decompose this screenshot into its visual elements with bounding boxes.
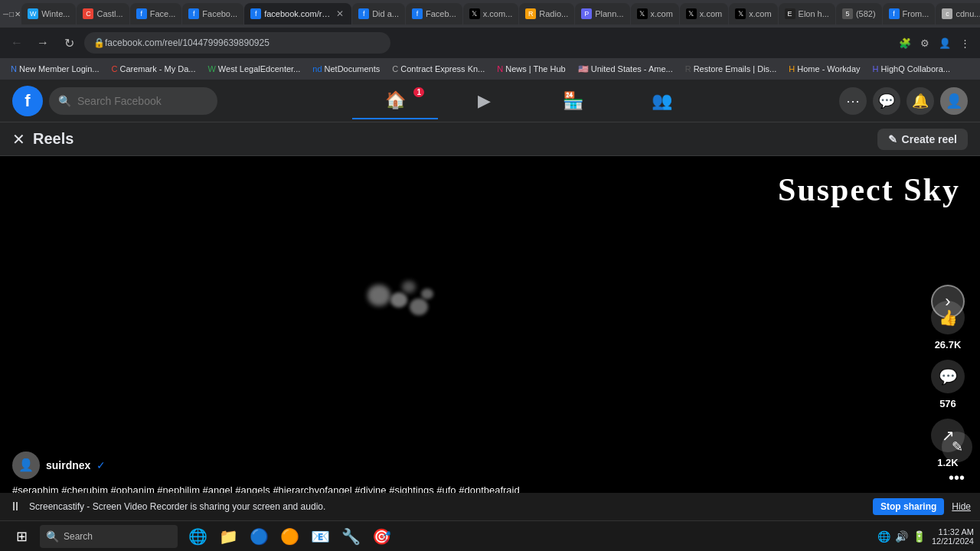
facebook-logo: f: [12, 86, 43, 116]
main-content: Suspect Sky › 👍 26.7K 💬 576: [0, 156, 980, 520]
taskbar-search[interactable]: 🔍 Search: [40, 525, 178, 548]
create-reel-button[interactable]: ✎ Create reel: [877, 129, 968, 150]
taskbar-sys-icons: 🌐 🔊 🔋: [877, 530, 926, 543]
screencastify-message: Screencastify - Screen Video Recorder is…: [29, 501, 865, 512]
bookmark-usa[interactable]: 🇺🇸 United States - Ame...: [573, 63, 678, 76]
battery-icon[interactable]: 🔋: [913, 530, 926, 543]
profile-icon[interactable]: 👤: [936, 34, 954, 52]
video-avatar[interactable]: 👤: [12, 452, 40, 479]
tab-cdn[interactable]: c cdnu...: [936, 3, 980, 24]
taskbar-app-4[interactable]: 🟠: [276, 523, 303, 550]
taskbar-app-6[interactable]: 🔧: [337, 523, 364, 550]
stop-sharing-button[interactable]: Stop sharing: [873, 498, 944, 515]
reels-bar: ✕ Reels ✎ Create reel: [0, 122, 980, 156]
tab-fb4[interactable]: f Faceb...: [406, 3, 462, 24]
edit-icon: ✎: [952, 439, 963, 455]
reels-title: Reels: [33, 130, 74, 148]
back-button[interactable]: ←: [6, 32, 28, 54]
tab-fb3[interactable]: f Did a...: [352, 3, 405, 24]
taskbar-search-icon: 🔍: [46, 530, 59, 543]
menu-icon[interactable]: ⋮: [956, 34, 974, 52]
address-input[interactable]: 🔒 facebook.com/reel/10447999639890925: [84, 32, 390, 54]
taskbar-time: 11:32 AM 12/21/2024: [932, 527, 974, 546]
tab-twitter-winter[interactable]: W Winte...: [21, 3, 76, 24]
windows-icon: ⊞: [16, 528, 28, 545]
facebook-nav: 🏠 1 ▶ 🏪 👥: [217, 83, 839, 119]
messenger-button[interactable]: 💬: [873, 87, 900, 115]
nav-watch[interactable]: ▶: [441, 83, 527, 119]
comment-count: 576: [939, 398, 956, 409]
taskbar-apps: 🌐 📁 🔵 🟠 📧 🔧 🎯: [184, 523, 395, 550]
forward-button[interactable]: →: [32, 32, 54, 54]
extension-icon-1[interactable]: 🧩: [896, 34, 914, 52]
maximize-window[interactable]: □: [9, 8, 14, 20]
comment-button[interactable]: 💬: [931, 360, 965, 393]
tab-x3[interactable]: 𝕏 x.com: [680, 3, 728, 24]
search-input[interactable]: [77, 95, 200, 107]
video-username[interactable]: suirdnex: [46, 459, 90, 471]
home-icon: 🏠: [385, 90, 406, 110]
tab-582[interactable]: 5 (582): [836, 3, 882, 24]
tab-planner[interactable]: P Plann...: [575, 3, 629, 24]
refresh-button[interactable]: ↻: [58, 32, 80, 54]
tab-elon[interactable]: E Elon h...: [779, 3, 835, 24]
nav-marketplace[interactable]: 🏪: [530, 83, 616, 119]
tab-fb1[interactable]: f Face...: [130, 3, 182, 24]
tab-x1[interactable]: 𝕏 x.com...: [463, 3, 519, 24]
tab-x2[interactable]: 𝕏 x.com: [631, 3, 679, 24]
like-button[interactable]: 👍: [931, 301, 965, 334]
facebook-search-bar[interactable]: 🔍: [49, 87, 217, 115]
apps-button[interactable]: ⋯: [839, 87, 867, 115]
taskbar: ⊞ 🔍 Search 🌐 📁 🔵 🟠 📧 🔧 🎯 🌐 🔊 🔋 11:32 AM …: [0, 520, 980, 551]
bookmark-netdocs[interactable]: nd NetDocuments: [308, 63, 384, 75]
bookmark-highq[interactable]: H HighQ Collabora...: [868, 63, 955, 75]
tab-fb2[interactable]: f Facebo...: [182, 3, 243, 24]
bookmarks-bar: N New Member Login... C Caremark - My Da…: [0, 58, 980, 80]
bookmark-contract[interactable]: C Contract Express Kn...: [387, 63, 489, 75]
taskbar-right: 🌐 🔊 🔋 11:32 AM 12/21/2024: [877, 527, 974, 546]
video-area[interactable]: Suspect Sky › 👍 26.7K 💬 576: [0, 156, 980, 520]
nav-home[interactable]: 🏠 1: [352, 83, 438, 119]
like-icon: 👍: [939, 308, 958, 327]
bookmark-workday[interactable]: H Home - Workday: [784, 63, 864, 75]
suspect-sky-overlay: Suspect Sky: [758, 156, 980, 223]
more-options-button[interactable]: •••: [949, 469, 965, 487]
nav-people[interactable]: 👥: [619, 83, 704, 119]
network-icon[interactable]: 🌐: [877, 530, 890, 543]
notifications-button[interactable]: 🔔: [906, 87, 934, 115]
bookmark-westlegal[interactable]: W West LegalEdcenter...: [203, 63, 305, 75]
taskbar-search-text: Search: [64, 531, 93, 542]
video-objects: [360, 277, 452, 338]
taskbar-app-7[interactable]: 🎯: [368, 523, 395, 550]
taskbar-app-1[interactable]: 🌐: [184, 523, 211, 550]
hide-button[interactable]: Hide: [952, 501, 971, 512]
taskbar-app-5[interactable]: 📧: [306, 523, 334, 550]
bookmark-caremark[interactable]: C Caremark - My Da...: [107, 63, 201, 75]
bookmark-restore[interactable]: R Restore Emails | Dis...: [681, 63, 782, 75]
reels-close-button[interactable]: ✕: [12, 130, 25, 148]
facebook-actions: ⋯ 💬 🔔 👤: [839, 87, 968, 115]
tab-radio[interactable]: R Radio...: [519, 3, 574, 24]
close-window[interactable]: ✕: [15, 8, 21, 20]
tab-close-icon[interactable]: ✕: [335, 8, 345, 19]
tab-x4[interactable]: 𝕏 x.com: [729, 3, 777, 24]
tab-fb-reel[interactable]: f facebook.com/reel/10447999639890925 ✕: [244, 3, 351, 24]
edit-button[interactable]: ✎: [942, 432, 972, 462]
facebook-header: f 🔍 🏠 1 ▶ 🏪 👥 ⋯ 💬 🔔 👤: [0, 80, 980, 122]
user-avatar[interactable]: 👤: [940, 87, 968, 115]
minimize-window[interactable]: ─: [3, 8, 8, 20]
like-count: 26.7K: [935, 339, 962, 350]
tab-from[interactable]: f From...: [883, 3, 936, 24]
suspect-sky-title: Suspect Sky: [778, 171, 960, 208]
screencast-pause-icon: ⏸: [9, 500, 21, 514]
volume-icon[interactable]: 🔊: [895, 530, 908, 543]
bookmark-new-member[interactable]: N New Member Login...: [6, 63, 104, 75]
taskbar-app-3[interactable]: 🔵: [245, 523, 273, 550]
start-button[interactable]: ⊞: [6, 524, 37, 549]
tab-castle[interactable]: C Castl...: [77, 3, 129, 24]
extension-icon-2[interactable]: ⚙: [916, 34, 934, 52]
taskbar-app-2[interactable]: 📁: [214, 523, 242, 550]
video-user: 👤 suirdnex ✓: [12, 452, 926, 479]
bookmark-news[interactable]: N News | The Hub: [492, 63, 570, 75]
home-badge: 1: [413, 87, 424, 97]
